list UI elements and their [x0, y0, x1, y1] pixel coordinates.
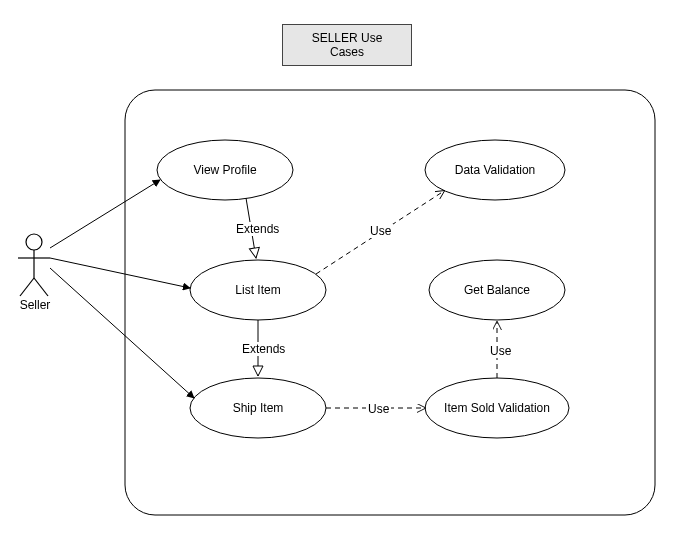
edge-label-use-1: Use [368, 224, 393, 238]
usecase-item-sold-validation-label: Item Sold Validation [444, 401, 550, 415]
svg-line-3 [20, 278, 34, 296]
usecase-data-validation-label: Data Validation [455, 163, 536, 177]
actor-seller-label: Seller [18, 298, 52, 312]
actor-seller-figure [18, 234, 50, 296]
edge-label-use-3: Use [488, 344, 513, 358]
edge-label-extends-2: Extends [240, 342, 287, 356]
svg-line-4 [34, 278, 48, 296]
svg-point-0 [26, 234, 42, 250]
diagram-canvas [0, 0, 675, 535]
usecase-list-item-label: List Item [235, 283, 280, 297]
assoc-seller-viewprofile [50, 180, 160, 248]
usecase-view-profile-label: View Profile [193, 163, 256, 177]
edge-label-use-2: Use [366, 402, 391, 416]
assoc-seller-listitem [50, 258, 190, 288]
usecase-ship-item-label: Ship Item [233, 401, 284, 415]
assoc-seller-shipitem [50, 268, 194, 398]
usecase-get-balance-label: Get Balance [464, 283, 530, 297]
edge-label-extends-1: Extends [234, 222, 281, 236]
